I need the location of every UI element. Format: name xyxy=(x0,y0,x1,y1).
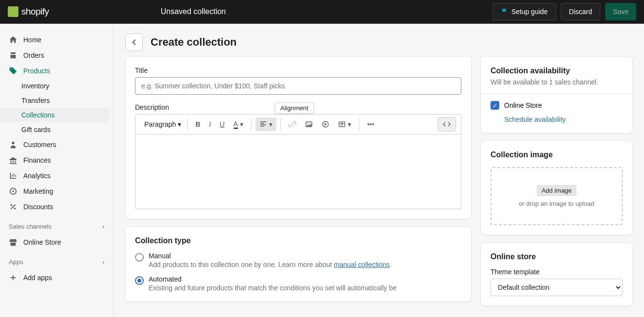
save-button[interactable]: Save xyxy=(605,3,636,20)
more-button[interactable]: ••• xyxy=(363,117,378,131)
main-content: Create collection Title Description Alig… xyxy=(114,24,644,317)
nav-products[interactable]: Products xyxy=(0,64,113,78)
nav-analytics[interactable]: Analytics xyxy=(0,168,113,183)
chevron-down-icon: ▾ xyxy=(240,120,243,128)
underline-button[interactable]: U xyxy=(216,117,228,131)
drop-hint: or drop an image to upload xyxy=(519,200,594,207)
code-view-button[interactable] xyxy=(438,117,456,132)
editor-toolbar: Paragraph ▾ B I U A ▾ ▾ xyxy=(135,114,461,134)
text-color-button[interactable]: A ▾ xyxy=(230,117,247,132)
orders-icon xyxy=(9,51,17,60)
nav-collections[interactable]: Collections xyxy=(0,108,109,122)
chevron-right-icon: › xyxy=(102,223,104,230)
percent-icon xyxy=(9,202,17,211)
description-editor[interactable] xyxy=(135,134,461,209)
store-icon xyxy=(9,238,17,247)
page-title: Create collection xyxy=(151,36,237,49)
table-button[interactable]: ▾ xyxy=(334,117,355,131)
collection-image-card: Collection image Add image or drop an im… xyxy=(481,141,632,235)
nav-online-store[interactable]: Online Store xyxy=(0,235,113,250)
online-store-card: Online store Theme template Default coll… xyxy=(481,243,632,306)
video-button[interactable] xyxy=(318,117,333,131)
topbar-title: Unsaved collection xyxy=(161,7,226,16)
setup-guide-button[interactable]: Setup guide xyxy=(492,3,556,20)
channel-label: Online Store xyxy=(504,101,542,109)
image-icon xyxy=(305,120,313,128)
nav-gift-cards[interactable]: Gift cards xyxy=(0,123,109,136)
collection-type-heading: Collection type xyxy=(135,236,461,245)
chart-icon xyxy=(9,171,17,180)
title-input[interactable] xyxy=(135,77,461,95)
title-description-card: Title Description Alignment Paragraph ▾ … xyxy=(125,57,471,219)
online-store-checkbox[interactable]: ✓ xyxy=(491,101,499,110)
discard-button[interactable]: Discard xyxy=(561,3,600,20)
back-button[interactable] xyxy=(125,33,143,51)
schedule-availability-link[interactable]: Schedule availability xyxy=(504,116,623,123)
nav-add-apps[interactable]: Add apps xyxy=(0,270,113,285)
availability-card: Collection availability Will be availabl… xyxy=(481,57,632,133)
chevron-down-icon: ▾ xyxy=(269,120,272,128)
collection-image-heading: Collection image xyxy=(491,150,623,159)
topbar: shopify Unsaved collection Setup guide D… xyxy=(0,0,644,24)
italic-button[interactable]: I xyxy=(205,117,215,131)
nav-orders[interactable]: Orders xyxy=(0,48,113,63)
nav-section-apps[interactable]: Apps › xyxy=(0,254,113,269)
nav-section-sales-channels[interactable]: Sales channels › xyxy=(0,219,113,234)
manual-radio[interactable] xyxy=(135,253,144,262)
flag-icon xyxy=(501,8,508,16)
shopify-bag-icon xyxy=(8,6,18,17)
manual-label: Manual xyxy=(149,252,391,260)
theme-template-select[interactable]: Default collection xyxy=(491,279,623,296)
nav-marketing[interactable]: Marketing xyxy=(0,184,113,199)
add-image-button[interactable]: Add image xyxy=(537,185,576,196)
availability-subtext: Will be available to 1 sales channel. xyxy=(491,78,623,86)
svg-point-3 xyxy=(11,204,13,206)
chevron-down-icon: ▾ xyxy=(178,120,181,128)
availability-heading: Collection availability xyxy=(491,67,623,75)
chevron-down-icon: ▾ xyxy=(348,120,351,128)
bold-button[interactable]: B xyxy=(191,117,204,131)
home-icon xyxy=(9,35,17,44)
nav-transfers[interactable]: Transfers xyxy=(0,94,109,107)
person-icon xyxy=(9,140,17,149)
sidebar: Home Orders Products Inventory Transfers… xyxy=(0,24,114,317)
nav-discounts[interactable]: Discounts xyxy=(0,200,113,214)
svg-point-2 xyxy=(12,190,14,192)
nav-customers[interactable]: Customers xyxy=(0,137,113,152)
image-button[interactable] xyxy=(301,117,317,131)
dots-icon: ••• xyxy=(367,120,374,128)
link-icon xyxy=(288,120,296,128)
manual-description: Add products to this collection one by o… xyxy=(149,261,391,268)
logo-text: shopify xyxy=(21,6,49,17)
nav-finances[interactable]: Finances xyxy=(0,153,113,167)
play-icon xyxy=(322,120,329,128)
manual-collections-link[interactable]: manual collections xyxy=(334,261,390,268)
bank-icon xyxy=(9,156,17,165)
plus-icon xyxy=(9,273,17,282)
collection-type-card: Collection type Manual Add products to t… xyxy=(125,227,471,301)
svg-point-0 xyxy=(12,142,14,144)
paragraph-dropdown[interactable]: Paragraph ▾ xyxy=(140,117,183,131)
link-button[interactable] xyxy=(285,117,300,131)
alignment-tooltip: Alignment xyxy=(275,102,314,114)
target-icon xyxy=(9,187,17,196)
svg-point-6 xyxy=(307,123,308,124)
automated-label: Automated xyxy=(149,275,397,283)
title-label: Title xyxy=(135,67,461,74)
code-icon xyxy=(443,120,451,128)
image-dropzone[interactable]: Add image or drop an image to upload xyxy=(491,167,623,225)
nav-home[interactable]: Home xyxy=(0,33,113,47)
automated-description: Existing and future products that match … xyxy=(149,284,397,292)
svg-point-4 xyxy=(14,208,16,210)
logo[interactable]: shopify xyxy=(8,6,49,17)
theme-template-label: Theme template xyxy=(491,268,623,276)
tag-icon xyxy=(9,67,17,75)
chevron-right-icon: › xyxy=(102,258,104,266)
online-store-heading: Online store xyxy=(491,252,623,261)
align-left-icon xyxy=(259,120,267,128)
table-icon xyxy=(338,120,346,128)
automated-radio[interactable] xyxy=(135,276,144,285)
nav-inventory[interactable]: Inventory xyxy=(0,79,109,93)
setup-guide-label: Setup guide xyxy=(511,8,548,16)
align-button[interactable]: ▾ xyxy=(255,117,276,131)
